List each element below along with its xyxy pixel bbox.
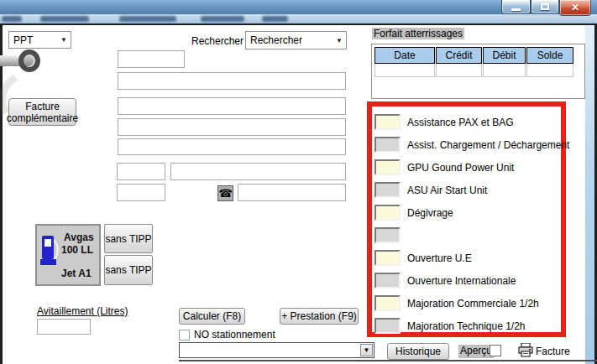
column-header-solde[interactable]: Solde (526, 47, 573, 64)
no-stationnement-checkbox[interactable] (179, 330, 190, 341)
fuel-pump-icon (40, 232, 62, 279)
service-amount-input[interactable] (374, 318, 401, 334)
facture-label[interactable]: Facture (536, 346, 570, 357)
ppt-combobox[interactable]: PPT ▼ (8, 31, 71, 49)
service-label: Majoration Technique 1/2h (407, 320, 526, 332)
fuel-avgas-label-line1: Avgas (64, 231, 94, 243)
historique-button[interactable]: Historique (387, 343, 449, 360)
prestation-button[interactable]: + Prestation (F9) (280, 308, 359, 325)
sans-tipp-jet-button[interactable]: sans TIPP (104, 255, 153, 285)
service-amount-input[interactable] (374, 227, 401, 243)
fuel-avgas-label-line2: 100 LL (61, 244, 93, 256)
service-label: GPU Gound Power Unit (407, 162, 514, 174)
rechercher-combobox[interactable]: Rechercher ▼ (245, 31, 347, 49)
avitaillement-label: Avitaillement (Litres) (37, 305, 128, 317)
service-amount-input[interactable] (374, 137, 401, 153)
close-icon: ✕ (571, 2, 579, 13)
table-cell-empty (374, 64, 435, 77)
chevron-down-icon[interactable]: ▼ (360, 344, 373, 356)
printer-icon (518, 343, 533, 357)
table-cell-empty (483, 64, 526, 77)
minimize-icon (511, 8, 521, 11)
apercu-label: Aperçu (458, 345, 494, 358)
service-label: Dégivrage (407, 207, 453, 219)
service-label: Assist. Chargement / Déchargement (407, 139, 569, 151)
service-label: ASU Air Start Unit (407, 185, 487, 196)
service-amount-input[interactable] (374, 273, 401, 289)
form-field-small-3[interactable] (117, 184, 165, 201)
window-glass-border (584, 25, 594, 364)
menu-item-blurred[interactable] (119, 16, 176, 22)
rechercher-label: Rechercher (191, 35, 244, 47)
form-field-wide-5[interactable] (170, 163, 346, 180)
service-label: Ouverture U.E (407, 252, 472, 264)
service-label: Assistance PAX et BAG (407, 117, 514, 128)
application-window: ✕ PPT ▼ Rechercher Rechercher ▼ Facture … (0, 0, 597, 364)
form-field-wide-2[interactable] (118, 97, 346, 115)
close-button[interactable]: ✕ (559, 0, 591, 16)
ppt-combobox-value: PPT (13, 34, 33, 46)
minimize-button[interactable] (501, 0, 531, 14)
service-amount-input[interactable] (374, 182, 401, 198)
window-border (0, 23, 3, 364)
table-cell-empty (526, 64, 573, 77)
column-header-credit[interactable]: Crédit (436, 47, 482, 64)
service-amount-input[interactable] (374, 250, 401, 266)
form-field-wide-1[interactable] (118, 72, 346, 90)
forfait-table[interactable]: Date Crédit Débit Solde (371, 44, 585, 99)
phone-glyph: ☎ (218, 187, 232, 200)
fuel-products-panel: Avgas 100 LL Jet A1 (35, 224, 101, 286)
calculer-button[interactable]: Calculer (F8) (179, 308, 245, 325)
menu-item-blurred[interactable] (262, 16, 288, 22)
section-divider (179, 360, 597, 361)
apercu-checkbox[interactable] (490, 345, 501, 356)
table-cell-empty (436, 64, 482, 77)
service-amount-input[interactable] (374, 159, 401, 175)
no-stationnement-label: NO stationnement (194, 329, 275, 341)
form-field-wide-4[interactable] (118, 138, 346, 155)
form-field-small-1[interactable] (118, 50, 185, 68)
phone-number-field[interactable] (238, 184, 346, 201)
form-field-wide-3[interactable] (118, 118, 346, 136)
maximize-icon (541, 3, 549, 10)
column-header-date[interactable]: Date (374, 47, 435, 64)
service-label: Majoration Commerciale 1/2h (407, 298, 539, 309)
service-label: Ouverture Internationale (407, 275, 516, 287)
facture-complementaire-button[interactable]: Facture complémentaire (8, 98, 76, 126)
window-border (0, 23, 597, 25)
phone-icon: ☎ (217, 185, 233, 201)
menu-item-blurred[interactable] (201, 16, 244, 22)
bottom-combobox[interactable]: ▼ (179, 342, 374, 358)
menu-item-blurred[interactable] (40, 16, 89, 22)
service-amount-input[interactable] (374, 114, 401, 130)
gray-rod-ring (18, 49, 40, 72)
service-amount-input[interactable] (374, 295, 401, 311)
column-header-debit[interactable]: Débit (483, 47, 526, 64)
menu-item-blurred[interactable] (2, 16, 22, 22)
chevron-down-icon: ▼ (60, 36, 67, 44)
fuel-jet-label: Jet A1 (61, 268, 92, 279)
avitaillement-input[interactable] (37, 319, 91, 335)
rechercher-combobox-value: Rechercher (250, 34, 302, 46)
forfait-title: Forfait atterrissages (372, 28, 464, 39)
sans-tipp-avgas-button[interactable]: sans TIPP (104, 224, 153, 253)
maximize-button[interactable] (531, 0, 559, 14)
form-field-small-2[interactable] (117, 163, 165, 180)
chevron-down-icon: ▼ (336, 37, 343, 44)
caption-buttons: ✕ (501, 0, 591, 16)
service-amount-input[interactable] (374, 205, 401, 221)
